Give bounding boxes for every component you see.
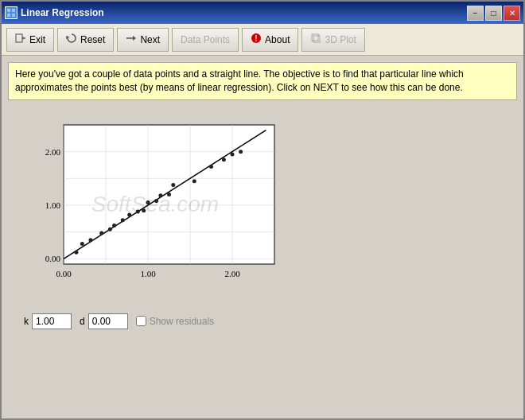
- 3d-plot-label: 3D Plot: [325, 34, 356, 45]
- exit-icon: [15, 33, 26, 46]
- main-window: Linear Regression − □ ✕ Exit: [0, 0, 525, 420]
- svg-rect-4: [16, 34, 22, 42]
- k-input[interactable]: [32, 313, 72, 329]
- exit-button[interactable]: Exit: [6, 28, 54, 52]
- 3d-plot-button[interactable]: 3D Plot: [301, 28, 364, 52]
- 3d-plot-icon: [310, 33, 321, 46]
- k-field-group: k: [24, 313, 72, 329]
- info-box: Here you've got a couple of data points …: [8, 62, 517, 100]
- toolbar: Exit Reset Next Data Points: [2, 24, 523, 56]
- svg-rect-2: [7, 14, 10, 17]
- chart-canvas: [24, 113, 286, 296]
- exit-label: Exit: [29, 34, 45, 45]
- svg-rect-3: [12, 14, 15, 17]
- info-text: Here you've got a couple of data points …: [15, 68, 464, 93]
- about-button[interactable]: ! About: [242, 28, 298, 52]
- show-residuals-checkbox[interactable]: [136, 316, 146, 326]
- d-label: d: [80, 316, 85, 327]
- show-residuals-group: Show residuals: [136, 316, 214, 327]
- next-icon: [126, 33, 137, 46]
- show-residuals-label: Show residuals: [150, 316, 214, 327]
- reset-label: Reset: [80, 34, 105, 45]
- window-icon: [5, 6, 18, 19]
- close-button[interactable]: ✕: [504, 6, 520, 21]
- data-points-button[interactable]: Data Points: [172, 28, 239, 52]
- chart-container: SoftSea.com: [8, 105, 517, 304]
- svg-rect-1: [12, 9, 15, 12]
- svg-text:!: !: [255, 34, 257, 43]
- window-title: Linear Regression: [21, 7, 104, 18]
- minimize-button[interactable]: −: [467, 6, 484, 21]
- next-label: Next: [140, 34, 160, 45]
- maximize-button[interactable]: □: [485, 6, 502, 21]
- data-points-label: Data Points: [181, 34, 230, 45]
- content-area: Here you've got a couple of data points …: [2, 56, 523, 418]
- chart-area: SoftSea.com: [24, 113, 286, 296]
- reset-icon: [66, 33, 77, 46]
- svg-marker-9: [133, 36, 136, 41]
- svg-rect-13: [313, 36, 320, 42]
- title-bar-left: Linear Regression: [5, 6, 104, 19]
- svg-rect-0: [7, 9, 10, 12]
- next-button[interactable]: Next: [117, 28, 169, 52]
- k-label: k: [24, 316, 29, 327]
- reset-button[interactable]: Reset: [57, 28, 114, 52]
- title-bar: Linear Regression − □ ✕: [2, 2, 523, 24]
- d-input[interactable]: [88, 313, 128, 329]
- title-controls: − □ ✕: [467, 6, 520, 21]
- bottom-controls: k d Show residuals: [8, 309, 517, 334]
- d-field-group: d: [80, 313, 128, 329]
- about-label: About: [265, 34, 290, 45]
- about-icon: !: [251, 33, 262, 46]
